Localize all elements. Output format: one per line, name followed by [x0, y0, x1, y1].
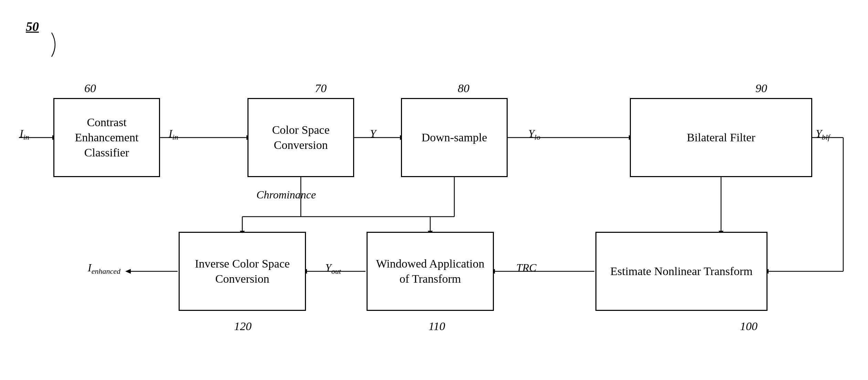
box-estimate-nonlinear-transform: Estimate Nonlinear Transform — [595, 232, 768, 311]
label-yout: Yout — [325, 261, 341, 276]
ref-120: 120 — [234, 320, 252, 333]
box-windowed-application-transform: Windowed Application of Transform — [367, 232, 494, 311]
label-yblf: Yblf — [816, 127, 830, 142]
label-ylo: Ylo — [528, 127, 540, 142]
ref-100: 100 — [740, 320, 758, 333]
box-90-label: Bilateral Filter — [687, 130, 755, 145]
box-bilateral-filter: Bilateral Filter — [630, 98, 812, 177]
label-chrominance: Chrominance — [256, 188, 316, 201]
label-y: Y — [370, 127, 376, 140]
label-iin-output-60: Iin — [169, 127, 178, 142]
ref-110: 110 — [428, 320, 445, 333]
figure-label: 50 — [26, 19, 39, 34]
label-iin-input: Iin — [20, 127, 29, 142]
box-80-label: Down-sample — [422, 130, 487, 145]
box-contrast-enhancement-classifier: Contrast Enhancement Classifier — [53, 98, 160, 177]
box-120-label: Inverse Color Space Conversion — [183, 256, 301, 286]
label-trc: TRC — [516, 261, 537, 274]
box-downsample: Down-sample — [401, 98, 508, 177]
ref-80: 80 — [458, 82, 469, 95]
ref-60: 60 — [84, 82, 96, 95]
box-60-label: Contrast Enhancement Classifier — [58, 115, 156, 161]
box-100-label: Estimate Nonlinear Transform — [610, 264, 753, 279]
box-70-label: Color Space Conversion — [252, 122, 350, 153]
ref-90: 90 — [755, 82, 767, 95]
diagram-container: 50 — [0, 0, 868, 380]
svg-marker-27 — [125, 269, 131, 274]
box-color-space-conversion: Color Space Conversion — [247, 98, 354, 177]
label-ienhanced: Ienhanced — [88, 261, 120, 276]
box-110-label: Windowed Application of Transform — [371, 256, 489, 286]
box-inverse-color-space-conversion: Inverse Color Space Conversion — [179, 232, 306, 311]
ref-70: 70 — [315, 82, 327, 95]
